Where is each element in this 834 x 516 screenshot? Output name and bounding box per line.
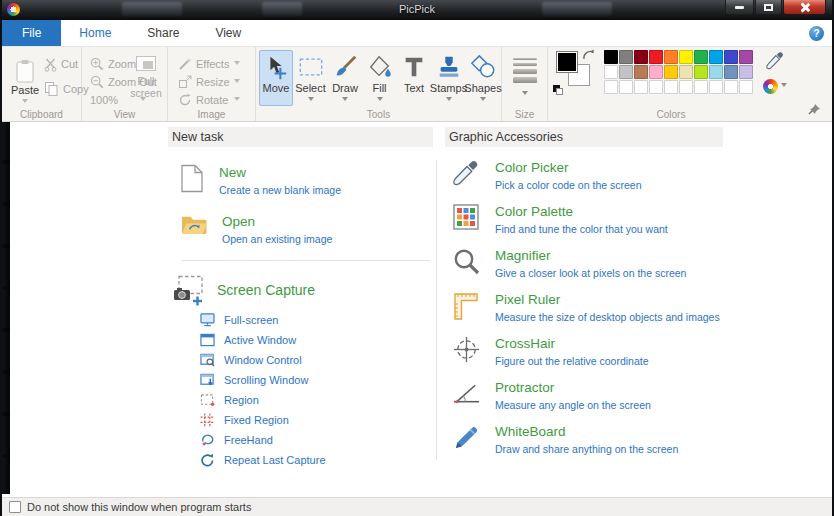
effects-button[interactable]: Effects <box>178 56 240 72</box>
resize-button[interactable]: Resize <box>178 74 240 90</box>
capture-item-active-window[interactable]: Active Window <box>200 330 433 350</box>
ribbon-tab-row: File Home Share View ? <box>2 20 832 47</box>
palette-swatch[interactable] <box>649 65 663 79</box>
accessory-color-palette[interactable]: Color Palette Find and tune the color th… <box>451 204 723 235</box>
pin-ribbon-icon[interactable] <box>808 103 822 115</box>
eyedropper-icon[interactable] <box>766 51 784 71</box>
capture-item-region[interactable]: Region <box>200 390 433 410</box>
do-not-show-checkbox[interactable] <box>9 501 21 513</box>
palette-swatch[interactable] <box>679 80 693 94</box>
fullscreen-icon <box>135 55 157 75</box>
palette-swatch[interactable] <box>694 80 708 94</box>
palette-swatch[interactable] <box>649 50 663 64</box>
window-title: PicPick <box>2 3 832 15</box>
palette-swatch[interactable] <box>634 65 648 79</box>
palette-swatch[interactable] <box>619 65 633 79</box>
accessory-whiteboard[interactable]: WhiteBoard Draw and share anything on th… <box>451 424 723 455</box>
palette-swatch[interactable] <box>604 65 618 79</box>
scissors-icon <box>44 57 57 72</box>
palette-swatch[interactable] <box>604 80 618 94</box>
accessory-protractor[interactable]: Protractor Measure any angle on the scre… <box>451 380 723 411</box>
active-window-icon <box>200 333 215 347</box>
tool-stamps-button[interactable]: Stamps <box>432 50 466 106</box>
capture-item-repeat-last-capture[interactable]: Repeat Last Capture <box>200 450 433 470</box>
paste-button[interactable]: Paste <box>8 54 42 108</box>
ribbon-group-size: Size <box>502 47 548 121</box>
rotate-button[interactable]: Rotate <box>178 92 240 108</box>
palette-swatch[interactable] <box>739 50 753 64</box>
palette-swatch[interactable] <box>694 65 708 79</box>
dropdown-arrow-icon <box>308 97 314 104</box>
default-colors-icon[interactable] <box>553 85 563 95</box>
close-button[interactable] <box>783 0 826 15</box>
palette-swatch[interactable] <box>619 50 633 64</box>
palette-swatch[interactable] <box>634 50 648 64</box>
help-button[interactable]: ? <box>809 26 824 41</box>
palette-swatch[interactable] <box>649 80 663 94</box>
new-document-icon <box>180 164 204 193</box>
foreground-color-swatch[interactable] <box>556 51 578 73</box>
maximize-button[interactable] <box>755 0 782 15</box>
minimize-button[interactable] <box>725 0 754 15</box>
palette-swatch[interactable] <box>619 80 633 94</box>
palette-swatch[interactable] <box>664 65 678 79</box>
palette-swatch[interactable] <box>634 80 648 94</box>
titlebar: PicPick <box>2 0 832 20</box>
capture-item-window-control[interactable]: Window Control <box>200 350 433 370</box>
palette-swatch[interactable] <box>709 50 723 64</box>
tab-home[interactable]: Home <box>61 20 129 46</box>
full-screen-button[interactable]: Full screen <box>129 55 163 99</box>
repeat-capture-icon <box>200 453 215 467</box>
statusbar: Do not show this window when program sta… <box>2 497 832 516</box>
open-desc: Open an existing image <box>222 233 332 245</box>
palette-swatch[interactable] <box>694 50 708 64</box>
palette-swatch[interactable] <box>724 80 738 94</box>
line-size-button[interactable] <box>510 55 540 98</box>
zoom-out-icon <box>90 75 104 89</box>
dropdown-arrow-icon <box>377 97 383 104</box>
open-image-item[interactable]: Open Open an existing image <box>180 213 433 245</box>
palette-swatch[interactable] <box>664 50 678 64</box>
tool-move-button[interactable]: Move <box>259 50 293 106</box>
tab-view[interactable]: View <box>197 20 259 46</box>
more-colors-button[interactable] <box>763 79 787 94</box>
palette-swatch[interactable] <box>709 65 723 79</box>
swap-colors-icon[interactable] <box>582 49 596 62</box>
tab-file[interactable]: File <box>2 20 61 46</box>
accessory-magnifier[interactable]: Magnifier Give a closer look at pixels o… <box>451 248 723 279</box>
tool-select-button[interactable]: Select <box>294 50 328 106</box>
palette-swatch[interactable] <box>739 80 753 94</box>
palette-swatch[interactable] <box>604 50 618 64</box>
accessory-color-picker[interactable]: Color Picker Pick a color code on the sc… <box>451 160 723 191</box>
tool-fill-button[interactable]: Fill <box>363 50 397 106</box>
fill-bucket-icon <box>367 54 393 80</box>
palette-swatch[interactable] <box>679 50 693 64</box>
accessory-pixel-ruler[interactable]: Pixel Ruler Measure the size of desktop … <box>451 292 723 323</box>
capture-item-full-screen[interactable]: Full-screen <box>200 310 433 330</box>
graphic-accessories-section: Graphic Accessories Color Picker Pick a … <box>445 127 723 455</box>
new-image-item[interactable]: New Create a new blank image <box>180 164 433 196</box>
palette-swatch[interactable] <box>664 80 678 94</box>
accessory-crosshair[interactable]: CrossHair Figure out the relative coordi… <box>451 336 723 367</box>
tab-share[interactable]: Share <box>129 20 197 46</box>
tool-text-button[interactable]: Text <box>397 50 431 106</box>
screen-capture-item[interactable]: Screen Capture <box>172 274 433 306</box>
protractor-icon <box>453 380 480 406</box>
capture-item-fixed-region[interactable]: Fixed Region <box>200 410 433 430</box>
window-controls <box>724 0 826 15</box>
question-mark-icon: ? <box>813 28 819 39</box>
ribbon-group-clipboard: Paste Cut Copy Clipboard <box>2 47 82 121</box>
new-title: New <box>219 165 341 180</box>
palette-swatch[interactable] <box>739 65 753 79</box>
capture-item-scrolling-window[interactable]: Scrolling Window <box>200 370 433 390</box>
palette-swatch[interactable] <box>709 80 723 94</box>
palette-swatch[interactable] <box>724 65 738 79</box>
minimize-icon <box>735 6 744 9</box>
capture-item-freehand[interactable]: FreeHand <box>200 430 433 450</box>
palette-swatch[interactable] <box>724 50 738 64</box>
tool-draw-button[interactable]: Draw <box>328 50 362 106</box>
palette-swatch[interactable] <box>679 65 693 79</box>
picpick-window: PicPick File Home Share View ? Paste Cut <box>0 0 834 516</box>
tool-shapes-button[interactable]: Shapes <box>466 50 500 106</box>
close-icon <box>799 2 810 13</box>
